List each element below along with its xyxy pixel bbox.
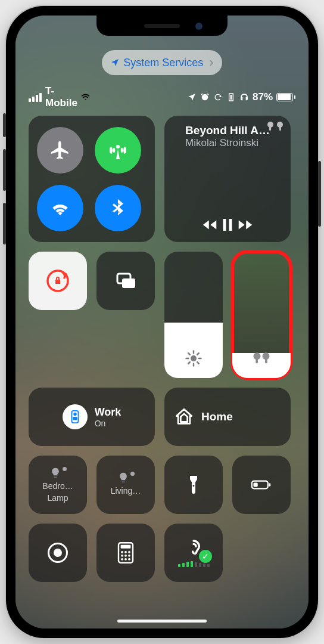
svg-rect-1 xyxy=(269,125,271,131)
svg-rect-6 xyxy=(122,278,135,288)
svg-rect-25 xyxy=(269,483,271,486)
svg-line-15 xyxy=(197,353,199,355)
svg-point-36 xyxy=(128,558,130,561)
bulb-icon xyxy=(117,472,129,484)
low-power-mode-button[interactable] xyxy=(232,456,291,514)
lamp-label: Bedro… xyxy=(33,481,82,491)
flashlight-button[interactable] xyxy=(164,456,223,514)
power-button xyxy=(318,161,321,227)
svg-point-33 xyxy=(128,555,130,557)
airplane-icon xyxy=(49,140,71,161)
rewind-button[interactable] xyxy=(201,216,219,234)
location-arrow-icon xyxy=(187,92,197,102)
alarm-icon xyxy=(200,92,210,102)
volume-up-button xyxy=(3,149,6,191)
cellular-data-toggle[interactable] xyxy=(95,127,141,174)
svg-point-28 xyxy=(121,551,123,553)
mute-switch xyxy=(3,113,6,137)
hearing-button[interactable]: ✓ xyxy=(164,524,223,582)
svg-point-32 xyxy=(124,555,127,557)
headphones-icon xyxy=(239,92,249,102)
svg-point-35 xyxy=(124,558,127,561)
airplane-mode-toggle[interactable] xyxy=(37,127,83,174)
pause-button[interactable] xyxy=(219,216,236,234)
lamp-tile-bedroom[interactable]: Bedro… Lamp xyxy=(29,456,87,514)
focus-title: Work xyxy=(95,406,122,419)
track-title: Beyond Hill A… xyxy=(185,124,270,137)
location-arrow-icon xyxy=(110,58,120,67)
volume-slider[interactable] xyxy=(232,252,291,378)
airpods-icon xyxy=(253,349,270,370)
bluetooth-battery-icon xyxy=(226,92,236,102)
screen-record-button[interactable] xyxy=(29,524,87,582)
battery-percent: 87% xyxy=(253,91,273,103)
battery-low-icon xyxy=(251,474,272,496)
flashlight-icon xyxy=(183,474,204,496)
calculator-button[interactable] xyxy=(96,524,155,582)
screen-mirroring-icon xyxy=(113,268,139,294)
wifi-toggle[interactable] xyxy=(37,185,83,231)
svg-point-7 xyxy=(191,355,197,361)
bluetooth-toggle[interactable] xyxy=(95,185,141,231)
lamp-tile-living[interactable]: Living… xyxy=(96,456,155,514)
status-bar: T-Mobile 87% xyxy=(29,91,295,104)
airpods-icon xyxy=(267,122,284,131)
signal-bars-icon xyxy=(29,93,42,102)
wifi-icon xyxy=(81,92,90,101)
svg-line-13 xyxy=(197,362,199,364)
svg-rect-24 xyxy=(254,482,258,487)
volume-down-button xyxy=(3,203,6,244)
home-icon xyxy=(174,407,194,427)
phone-frame: System Services › T-Mobile 87% xyxy=(6,6,318,638)
chevron-right-icon: › xyxy=(209,55,213,70)
now-playing-tile[interactable]: Beyond Hill A… Mikolai Stroinski xyxy=(164,116,291,242)
svg-point-30 xyxy=(128,551,130,553)
return-to-app-pill[interactable]: System Services › xyxy=(102,50,222,75)
home-indicator[interactable] xyxy=(117,620,207,623)
sync-icon xyxy=(213,92,223,102)
check-icon: ✓ xyxy=(199,550,212,563)
connectivity-tile[interactable] xyxy=(29,116,155,242)
svg-rect-3 xyxy=(279,125,281,131)
track-artist: Mikolai Stroinski xyxy=(185,137,270,149)
carrier-label: T-Mobile xyxy=(45,85,77,109)
screen-mirroring-button[interactable] xyxy=(96,252,155,310)
svg-point-34 xyxy=(121,558,123,561)
svg-rect-22 xyxy=(73,417,77,420)
focus-badge-icon xyxy=(63,404,88,429)
control-center-grid: Beyond Hill A… Mikolai Stroinski xyxy=(29,116,295,582)
record-icon xyxy=(48,543,68,563)
focus-state: On xyxy=(95,419,122,428)
svg-rect-17 xyxy=(256,356,258,363)
home-label: Home xyxy=(201,410,233,423)
calculator-icon xyxy=(115,542,136,564)
sun-icon xyxy=(185,349,202,370)
forward-button[interactable] xyxy=(236,216,254,234)
svg-rect-27 xyxy=(121,545,131,549)
bluetooth-icon xyxy=(107,197,129,219)
bulb-icon xyxy=(49,467,61,479)
home-tile[interactable]: Home xyxy=(164,388,291,446)
svg-rect-19 xyxy=(265,356,267,363)
pill-label: System Services xyxy=(123,57,203,69)
orientation-lock-toggle[interactable] xyxy=(29,252,87,310)
screen: System Services › T-Mobile 87% xyxy=(15,16,309,628)
lamp-label: Living… xyxy=(101,486,150,496)
antenna-icon xyxy=(107,140,129,161)
svg-point-21 xyxy=(73,413,77,416)
svg-line-14 xyxy=(188,362,190,364)
svg-point-29 xyxy=(124,551,127,553)
focus-tile[interactable]: Work On xyxy=(29,388,155,446)
lamp-sub: Lamp xyxy=(33,493,82,503)
battery-icon xyxy=(276,93,295,101)
orientation-lock-icon xyxy=(45,268,71,294)
wifi-icon xyxy=(49,197,71,219)
notch xyxy=(96,16,228,36)
svg-line-12 xyxy=(188,353,190,355)
brightness-slider[interactable] xyxy=(164,252,223,378)
svg-point-31 xyxy=(121,555,123,557)
